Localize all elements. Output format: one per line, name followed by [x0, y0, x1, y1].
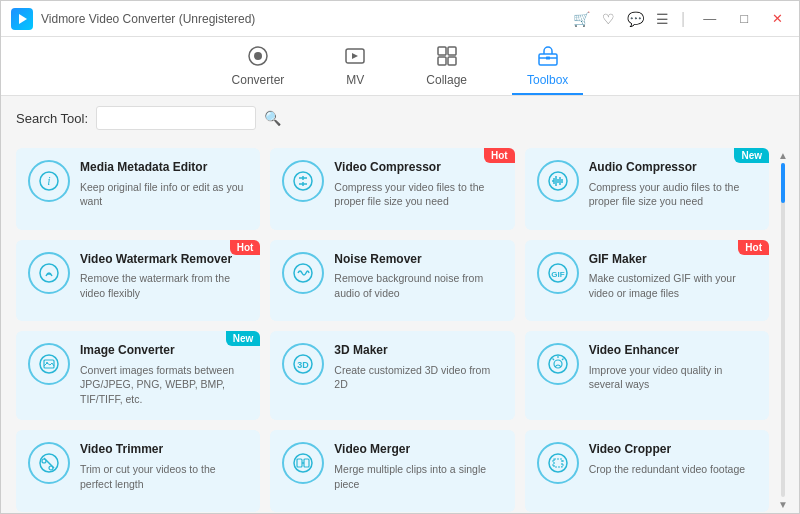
- search-input[interactable]: [96, 106, 256, 130]
- minimize-btn[interactable]: —: [697, 9, 722, 28]
- tool-desc-audio-compressor: Compress your audio files to the proper …: [589, 180, 757, 209]
- tool-name-video-enhancer: Video Enhancer: [589, 343, 757, 359]
- tool-card-media-metadata-editor[interactable]: i Media Metadata Editor Keep original fi…: [16, 148, 260, 230]
- tool-desc-gif-maker: Make customized GIF with your video or i…: [589, 271, 757, 300]
- svg-rect-10: [546, 57, 550, 60]
- tool-info-3d-maker: 3D Maker Create customized 3D video from…: [334, 343, 502, 408]
- tab-toolbox-label: Toolbox: [527, 73, 568, 87]
- svg-point-2: [254, 52, 262, 60]
- search-icon[interactable]: 🔍: [264, 110, 281, 126]
- tool-icon-media-metadata-editor: i: [28, 160, 70, 202]
- title-bar: Vidmore Video Converter (Unregistered) 🛒…: [1, 1, 799, 37]
- tool-desc-video-merger: Merge multiple clips into a single piece: [334, 462, 502, 491]
- tab-toolbox[interactable]: Toolbox: [512, 37, 583, 95]
- scroll-down-btn[interactable]: ▼: [778, 499, 788, 510]
- badge-new: New: [734, 148, 769, 163]
- toolbox-icon: [537, 45, 559, 70]
- tool-icon-video-merger: [282, 442, 324, 484]
- svg-point-49: [549, 454, 567, 472]
- tool-card-audio-compressor[interactable]: New Audio Compressor Compress your audio…: [525, 148, 769, 230]
- tool-name-image-converter: Image Converter: [80, 343, 248, 359]
- tool-desc-video-watermark-remover: Remove the watermark from the video flex…: [80, 271, 248, 300]
- tool-info-image-converter: Image Converter Convert images formats b…: [80, 343, 248, 408]
- tool-name-media-metadata-editor: Media Metadata Editor: [80, 160, 248, 176]
- tool-icon-video-enhancer: [537, 343, 579, 385]
- tool-card-gif-maker[interactable]: Hot GIF GIF Maker Make customized GIF wi…: [525, 240, 769, 322]
- tool-info-noise-remover: Noise Remover Remove background noise fr…: [334, 252, 502, 310]
- tool-info-media-metadata-editor: Media Metadata Editor Keep original file…: [80, 160, 248, 218]
- svg-line-40: [552, 359, 554, 361]
- tool-name-video-merger: Video Merger: [334, 442, 502, 458]
- tool-info-video-trimmer: Video Trimmer Trim or cut your videos to…: [80, 442, 248, 500]
- tool-desc-noise-remover: Remove background noise from audio of vi…: [334, 271, 502, 300]
- tool-card-video-watermark-remover[interactable]: Hot Video Watermark Remover Remove the w…: [16, 240, 260, 322]
- tool-icon-gif-maker: GIF: [537, 252, 579, 294]
- close-btn[interactable]: ✕: [766, 9, 789, 28]
- tool-card-3d-maker[interactable]: 3D 3D Maker Create customized 3D video f…: [270, 331, 514, 420]
- app-title: Vidmore Video Converter (Unregistered): [41, 12, 573, 26]
- tab-converter[interactable]: Converter: [217, 37, 300, 95]
- tab-mv[interactable]: MV: [329, 37, 381, 95]
- chat-icon[interactable]: 💬: [627, 11, 644, 27]
- tool-desc-media-metadata-editor: Keep original file info or edit as you w…: [80, 180, 248, 209]
- svg-rect-5: [448, 47, 456, 55]
- maximize-btn[interactable]: □: [734, 9, 754, 28]
- tool-icon-audio-compressor: [537, 160, 579, 202]
- tool-icon-video-compressor: [282, 160, 324, 202]
- svg-text:GIF: GIF: [551, 270, 564, 279]
- user-icon[interactable]: ♡: [602, 11, 615, 27]
- badge-hot: Hot: [484, 148, 515, 163]
- tab-converter-label: Converter: [232, 73, 285, 87]
- tool-desc-video-compressor: Compress your video files to the proper …: [334, 180, 502, 209]
- tool-name-audio-compressor: Audio Compressor: [589, 160, 757, 176]
- svg-point-13: [294, 172, 312, 190]
- tool-name-3d-maker: 3D Maker: [334, 343, 502, 359]
- tools-grid: i Media Metadata Editor Keep original fi…: [16, 148, 769, 512]
- tool-icon-video-watermark-remover: [28, 252, 70, 294]
- tab-collage-label: Collage: [426, 73, 467, 87]
- svg-text:3D: 3D: [298, 360, 310, 370]
- scrollbar-thumb: [781, 163, 785, 203]
- tool-info-video-merger: Video Merger Merge multiple clips into a…: [334, 442, 502, 500]
- tool-icon-3d-maker: 3D: [282, 343, 324, 385]
- tool-info-video-watermark-remover: Video Watermark Remover Remove the water…: [80, 252, 248, 310]
- tool-info-video-compressor: Video Compressor Compress your video fil…: [334, 160, 502, 218]
- tool-icon-video-cropper: [537, 442, 579, 484]
- converter-icon: [247, 45, 269, 70]
- tool-card-image-converter[interactable]: New Image Converter Convert images forma…: [16, 331, 260, 420]
- scroll-up-btn[interactable]: ▲: [778, 150, 788, 161]
- tool-icon-noise-remover: [282, 252, 324, 294]
- tab-collage[interactable]: Collage: [411, 37, 482, 95]
- svg-rect-7: [448, 57, 456, 65]
- tool-name-video-compressor: Video Compressor: [334, 160, 502, 176]
- svg-point-44: [49, 466, 53, 470]
- scrollbar-area: ▲ ▼: [779, 148, 787, 512]
- tool-card-video-trimmer[interactable]: Video Trimmer Trim or cut your videos to…: [16, 430, 260, 512]
- tool-card-video-enhancer[interactable]: Video Enhancer Improve your video qualit…: [525, 331, 769, 420]
- app-logo: [11, 8, 33, 30]
- badge-hot: Hot: [738, 240, 769, 255]
- search-bar: Search Tool: 🔍: [1, 96, 799, 140]
- svg-rect-6: [438, 57, 446, 65]
- tool-card-video-compressor[interactable]: Hot Video Compressor Compress your video…: [270, 148, 514, 230]
- svg-marker-0: [19, 14, 27, 24]
- cart-icon[interactable]: 🛒: [573, 11, 590, 27]
- tool-info-audio-compressor: Audio Compressor Compress your audio fil…: [589, 160, 757, 218]
- tool-card-video-merger[interactable]: Video Merger Merge multiple clips into a…: [270, 430, 514, 512]
- tool-icon-video-trimmer: [28, 442, 70, 484]
- badge-new: New: [226, 331, 261, 346]
- tool-desc-video-enhancer: Improve your video quality in several wa…: [589, 363, 757, 392]
- tool-desc-video-cropper: Crop the redundant video footage: [589, 462, 757, 477]
- nav-tabs: Converter MV Collage: [1, 37, 799, 96]
- tool-desc-3d-maker: Create customized 3D video from 2D: [334, 363, 502, 392]
- tool-name-video-cropper: Video Cropper: [589, 442, 757, 458]
- title-bar-controls: 🛒 ♡ 💬 ☰ | — □ ✕: [573, 9, 789, 28]
- tool-card-noise-remover[interactable]: Noise Remover Remove background noise fr…: [270, 240, 514, 322]
- separator: |: [681, 10, 685, 28]
- svg-text:i: i: [47, 174, 50, 188]
- menu-icon[interactable]: ☰: [656, 11, 669, 27]
- tool-info-video-enhancer: Video Enhancer Improve your video qualit…: [589, 343, 757, 408]
- tool-card-video-cropper[interactable]: Video Cropper Crop the redundant video f…: [525, 430, 769, 512]
- search-label: Search Tool:: [16, 111, 88, 126]
- tool-name-video-watermark-remover: Video Watermark Remover: [80, 252, 248, 268]
